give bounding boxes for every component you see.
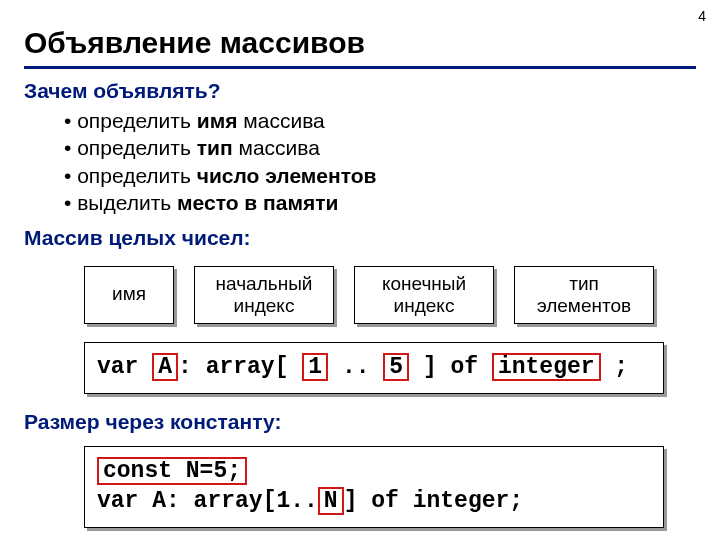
list-item: выделить место в памяти (64, 189, 696, 216)
page-number: 4 (698, 8, 706, 24)
page-title: Объявление массивов (24, 26, 696, 69)
label-name: имя (84, 266, 174, 324)
section2-heading: Массив целых чисел: (24, 226, 696, 250)
label-start-index: начальныйиндекс (194, 266, 334, 324)
label-element-type: типэлементов (514, 266, 654, 324)
label-end-index: конечныйиндекс (354, 266, 494, 324)
code-example-2: const N=5; var A: array[1..N] of integer… (84, 446, 664, 528)
section1-heading: Зачем объявлять? (24, 79, 696, 103)
label-row: имя начальныйиндекс конечныйиндекс типэл… (84, 266, 696, 324)
section3-heading: Размер через константу: (24, 410, 696, 434)
list-item: определить число элементов (64, 162, 696, 189)
hl-start: 1 (302, 353, 328, 381)
hl-n: N (318, 487, 344, 515)
hl-name: A (152, 353, 178, 381)
hl-type: integer (492, 353, 601, 381)
hl-end: 5 (383, 353, 409, 381)
code-example-1: var A: array[ 1 .. 5 ] of integer ; (84, 342, 664, 394)
list-item: определить имя массива (64, 107, 696, 134)
list-item: определить тип массива (64, 134, 696, 161)
section1-list: определить имя массива определить тип ма… (64, 107, 696, 216)
hl-const: const N=5; (97, 457, 247, 485)
